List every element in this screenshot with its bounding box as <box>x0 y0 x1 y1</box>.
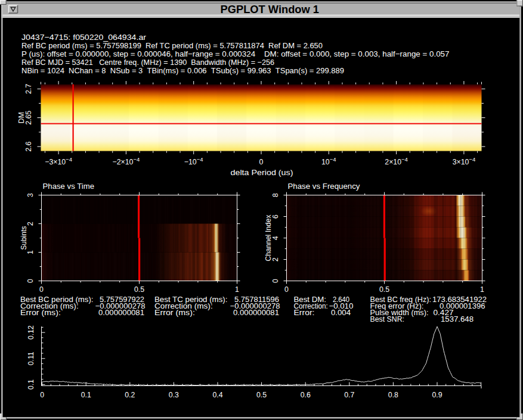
svg-text:0.000000081: 0.000000081 <box>233 309 279 317</box>
svg-text:DM: DM <box>17 112 26 123</box>
svg-text:2.6: 2.6 <box>24 141 33 151</box>
svg-text:3: 3 <box>26 193 35 197</box>
svg-text:0.7: 0.7 <box>344 391 354 399</box>
svg-text:0.5: 0.5 <box>134 285 144 294</box>
svg-text:Error (ms):: Error (ms): <box>20 309 61 317</box>
svg-text:0: 0 <box>271 279 280 283</box>
svg-text:Channel Index: Channel Index <box>264 214 273 262</box>
svg-text:0.4: 0.4 <box>212 391 222 399</box>
svg-text:0: 0 <box>26 279 35 283</box>
svg-text:4: 4 <box>271 236 280 240</box>
svg-text:J0437−4715: f050220_064934.ar: J0437−4715: f050220_064934.ar <box>21 33 147 42</box>
svg-text:2.7: 2.7 <box>24 83 33 94</box>
svg-text:0.9: 0.9 <box>432 391 442 399</box>
svg-text:0.5: 0.5 <box>379 285 389 294</box>
svg-text:Error:: Error: <box>294 309 315 317</box>
svg-text:Subints: Subints <box>20 226 28 250</box>
svg-text:0.1: 0.1 <box>27 379 35 390</box>
svg-text:Phase vs Frequency: Phase vs Frequency <box>288 182 361 191</box>
svg-text:0: 0 <box>39 285 44 294</box>
svg-text:Best SNR:: Best SNR: <box>370 315 405 323</box>
svg-text:0.004: 0.004 <box>331 309 351 317</box>
svg-text:0: 0 <box>259 158 264 166</box>
svg-text:0.3: 0.3 <box>169 391 179 399</box>
svg-text:6: 6 <box>271 214 280 219</box>
svg-text:0: 0 <box>40 391 44 399</box>
svg-text:delta Period (us): delta Period (us) <box>231 169 293 177</box>
svg-text:1: 1 <box>235 285 239 294</box>
svg-text:2.65: 2.65 <box>24 110 33 125</box>
svg-text:Error (ms):: Error (ms): <box>154 309 195 317</box>
svg-text:1: 1 <box>480 285 484 294</box>
svg-text:Phase vs Time: Phase vs Time <box>43 182 95 191</box>
svg-text:0.5: 0.5 <box>256 391 267 399</box>
svg-text:2: 2 <box>271 257 280 262</box>
svg-text:8: 8 <box>271 193 280 197</box>
svg-text:1: 1 <box>26 250 35 254</box>
svg-text:0.12: 0.12 <box>27 325 35 340</box>
svg-text:0.000000081: 0.000000081 <box>98 309 144 317</box>
svg-text:Ref BC period (ms) = 5.7575981: Ref BC period (ms) = 5.757598199 Ref TC … <box>21 41 323 50</box>
svg-text:0.6: 0.6 <box>301 391 311 399</box>
svg-text:0.8: 0.8 <box>388 391 398 399</box>
svg-text:0.1: 0.1 <box>81 391 91 399</box>
svg-text:1537.648: 1537.648 <box>441 315 474 323</box>
svg-text:P (us): offset = 0.000000, ste: P (us): offset = 0.000000, step = 0.0000… <box>21 49 450 58</box>
svg-text:0.11: 0.11 <box>27 351 35 365</box>
svg-text:Ref BC MJD = 53421 Centre fr: Ref BC MJD = 53421 Centre freq. (MHz) = … <box>21 58 274 67</box>
svg-text:2: 2 <box>26 222 35 226</box>
svg-text:0: 0 <box>284 285 289 294</box>
svg-text:NBin = 1024 NChan = 8 NSub =: NBin = 1024 NChan = 8 NSub = 3 TBin(ms) … <box>21 66 344 75</box>
svg-text:0.2: 0.2 <box>125 391 135 399</box>
svg-text:PGPLOT Window 1: PGPLOT Window 1 <box>221 3 320 15</box>
